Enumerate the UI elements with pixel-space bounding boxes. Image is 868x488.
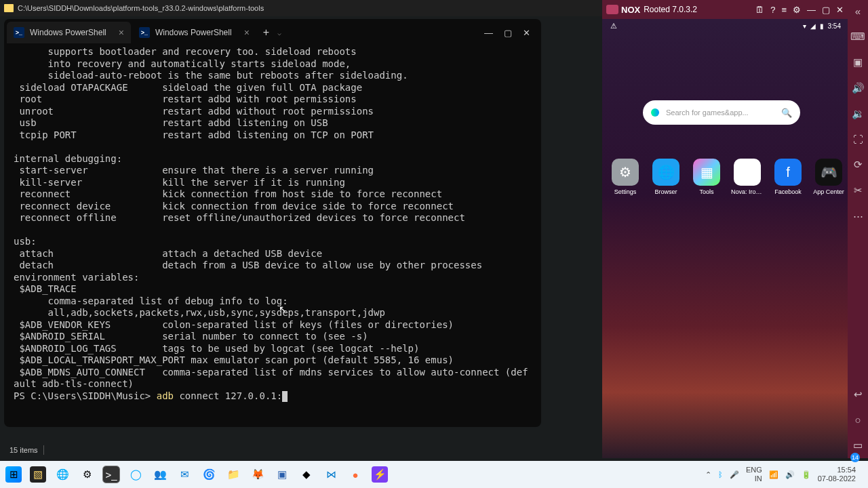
volume-down-icon[interactable]: 🔉 <box>852 108 865 120</box>
close-button[interactable]: ✕ <box>836 5 844 15</box>
app-launcher[interactable]: NNova: Iron G.. <box>731 159 764 195</box>
app-launcher[interactable]: ▦Tools <box>690 159 723 195</box>
chevron-down-icon[interactable]: ⌵ <box>277 29 281 37</box>
terminal-tab[interactable]: >_ Windows PowerShell × <box>7 22 131 43</box>
terminal-tab-bar: >_ Windows PowerShell × >_ Windows Power… <box>4 19 541 46</box>
mic-icon[interactable]: 🎤 <box>730 470 739 479</box>
signal-icon: ◢ <box>810 22 816 30</box>
tab-title: Windows PowerShell <box>155 28 232 37</box>
nox-emulator: NOX Rooted 7.0.3.2 🗓 ? ≡ ⚙ — ▢ ✕ ⚠ ▾ ◢ ▮… <box>602 0 848 458</box>
mouse-cursor-icon: ↖ <box>279 304 287 314</box>
android-screen[interactable]: ⚠ ▾ ◢ ▮ 3:54 Search for games&app... 🔍 ⚙… <box>602 19 848 458</box>
wifi-icon[interactable]: 📶 <box>769 470 778 479</box>
android-time: 3:54 <box>828 22 841 30</box>
app-launcher[interactable]: 🌐Browser <box>650 159 682 195</box>
nox-logo: NOX <box>606 5 640 15</box>
terminal-icon[interactable]: >_ <box>103 466 119 483</box>
add-tab-button[interactable]: + <box>263 26 269 39</box>
language-indicator[interactable]: ENGIN <box>746 466 762 483</box>
item-count: 15 items <box>9 446 38 454</box>
search-placeholder: Search for games&app... <box>666 108 749 117</box>
taskbar: ⊞ ▧ 🌐 ⚙ >_ ◯ 👥 ✉ 🌀 📁 🦊 ▣ ◆ ⋈ ● ⚡ ⌃ ᛒ 🎤 E… <box>0 461 868 488</box>
close-button[interactable]: ✕ <box>523 28 530 38</box>
cortana-icon[interactable]: ◯ <box>127 466 144 483</box>
maximize-button[interactable]: ▢ <box>504 28 512 38</box>
terminal-window: >_ Windows PowerShell × >_ Windows Power… <box>4 19 541 427</box>
explorer-status-bar: 15 items <box>4 442 44 458</box>
nox-title: Rooted 7.0.3.2 <box>644 5 697 14</box>
more-icon[interactable]: ⋯ <box>853 210 863 222</box>
nox-icon[interactable]: ◆ <box>298 466 315 483</box>
globe-icon[interactable]: 🌐 <box>54 466 71 483</box>
minimize-button[interactable]: — <box>484 28 493 38</box>
android-status-bar: ▾ ◢ ▮ 3:54 <box>602 19 848 33</box>
settings-icon[interactable]: ⚙ <box>79 466 95 483</box>
app-launcher[interactable]: fFacebook <box>772 159 804 195</box>
battery-icon[interactable]: 🔋 <box>802 470 811 479</box>
terminal-output[interactable]: supports bootloader and recovery too. si… <box>4 46 541 402</box>
explorer-path: C:\Users\SIDDH\Downloads\platform-tools_… <box>18 4 264 12</box>
app-launcher[interactable]: ⚙Settings <box>609 159 642 195</box>
folder-icon <box>4 4 14 12</box>
screenshot-icon[interactable]: ▣ <box>853 56 863 68</box>
scissors-icon[interactable]: ✂ <box>854 184 863 197</box>
keyboard-icon[interactable]: ⌨ <box>850 30 865 43</box>
powershell-icon: >_ <box>14 27 24 38</box>
tab-title: Windows PowerShell <box>30 28 106 37</box>
nox-sidebar: « ⌨ ▣ 🔊 🔉 ⛶ ⟳ ✂ ⋯ ↩ ○ ▭ <box>848 0 868 458</box>
gift-icon[interactable]: 🗓 <box>755 5 764 15</box>
back-icon[interactable]: ↩ <box>854 388 863 401</box>
fullscreen-icon[interactable]: ⛶ <box>853 134 863 145</box>
search-icon[interactable]: 🔍 <box>781 108 792 118</box>
app-icon[interactable]: ⚡ <box>372 466 388 483</box>
app-launcher[interactable]: 🎮App Center <box>812 159 845 195</box>
edge-icon[interactable]: 🌀 <box>201 466 217 483</box>
virtualbox-icon[interactable]: ▣ <box>274 466 290 483</box>
firefox-icon[interactable]: 🦊 <box>250 466 266 483</box>
recent-icon[interactable]: ▭ <box>853 439 863 451</box>
gear-icon[interactable]: ⚙ <box>793 5 801 15</box>
bluetooth-icon[interactable]: ᛒ <box>718 470 723 479</box>
help-icon[interactable]: ? <box>770 5 775 15</box>
postman-icon[interactable]: ● <box>347 466 363 483</box>
outlook-icon[interactable]: ✉ <box>176 466 193 483</box>
files-icon[interactable]: 📁 <box>225 466 241 483</box>
wifi-icon: ▾ <box>803 22 806 30</box>
search-input[interactable]: Search for games&app... 🔍 <box>643 100 800 125</box>
start-button[interactable]: ⊞ <box>5 466 22 483</box>
speaker-icon[interactable]: 🔊 <box>785 470 795 479</box>
vscode-icon[interactable]: ⋈ <box>323 466 339 483</box>
volume-up-icon[interactable]: 🔊 <box>852 82 865 94</box>
powershell-icon: >_ <box>139 27 150 38</box>
terminal-tab[interactable]: >_ Windows PowerShell × <box>132 22 256 43</box>
app-grid: ⚙Settings🌐Browser▦ToolsNNova: Iron G..fF… <box>609 159 845 195</box>
explorer-icon[interactable]: ▧ <box>30 466 46 483</box>
home-icon[interactable]: ○ <box>854 414 861 426</box>
clock[interactable]: 15:5407-08-2022 <box>818 466 856 483</box>
battery-icon: ▮ <box>820 22 824 30</box>
close-icon[interactable]: × <box>244 27 250 38</box>
close-icon[interactable]: × <box>119 27 124 38</box>
maximize-button[interactable]: ▢ <box>822 5 830 15</box>
expand-icon[interactable]: « <box>855 5 861 17</box>
rotate-icon[interactable]: ⟳ <box>854 159 863 171</box>
nox-titlebar[interactable]: NOX Rooted 7.0.3.2 🗓 ? ≡ ⚙ — ▢ ✕ <box>602 0 848 19</box>
play-icon <box>651 108 659 117</box>
minimize-button[interactable]: — <box>807 5 816 15</box>
chevron-up-icon[interactable]: ⌃ <box>705 470 711 479</box>
menu-icon[interactable]: ≡ <box>781 5 787 15</box>
warning-icon: ⚠ <box>610 22 617 30</box>
teams-icon[interactable]: 👥 <box>152 466 168 483</box>
